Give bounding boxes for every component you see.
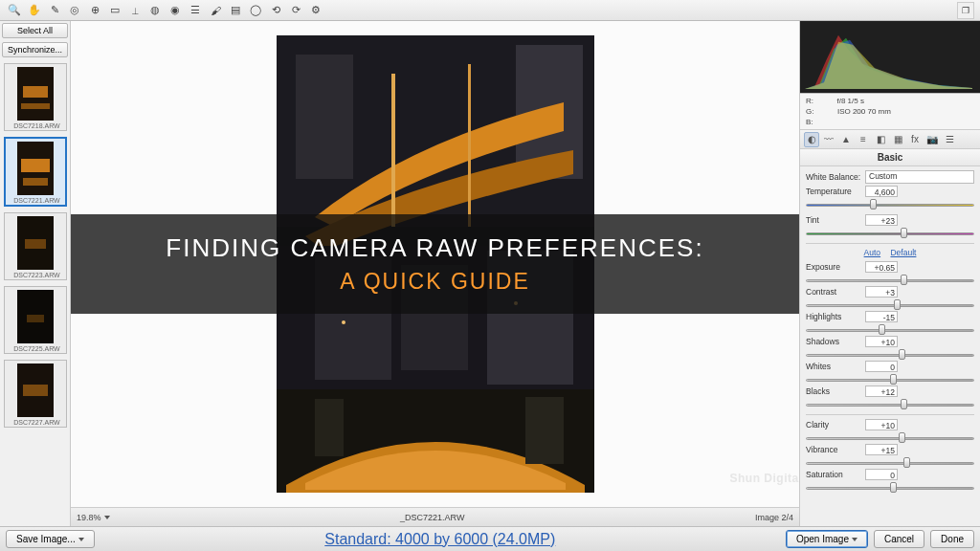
slider-label: Blacks <box>806 386 861 396</box>
tab-presets-icon[interactable]: ☰ <box>942 132 957 147</box>
shadows-slider[interactable] <box>806 349 974 361</box>
brand-watermark: Shun Digital <box>730 472 800 485</box>
prefs-icon[interactable]: ⚙ <box>307 2 324 19</box>
exposure-slider[interactable] <box>806 275 974 286</box>
basic-controls: White Balance: Custom Temperature 4,600 … <box>800 166 980 526</box>
wb-label: White Balance: <box>806 172 861 182</box>
slider-label: Whites <box>806 362 861 371</box>
slider-value[interactable]: +12 <box>865 386 898 397</box>
page-indicator: Image 2/4 <box>755 513 793 522</box>
crop-icon[interactable]: ▭ <box>106 2 123 19</box>
slider-value[interactable]: 0 <box>865 361 898 372</box>
slider-value[interactable]: +10 <box>865 419 898 430</box>
grad-icon[interactable]: ▤ <box>227 2 244 19</box>
thumb-item[interactable]: _DSC7221.ARW <box>4 137 67 207</box>
whites-slider[interactable] <box>806 374 974 386</box>
thumb-item[interactable]: _DSC7225.ARW <box>4 286 67 354</box>
done-button[interactable]: Done <box>930 530 974 548</box>
tint-value[interactable]: +23 <box>865 214 898 226</box>
tab-split-icon[interactable]: ◧ <box>873 132 888 147</box>
tab-basic-icon[interactable]: ◐ <box>804 132 819 147</box>
cancel-button[interactable]: Cancel <box>874 530 924 548</box>
synchronize-button[interactable]: Synchronize... <box>2 42 68 57</box>
save-image-button[interactable]: Save Image... <box>6 530 95 548</box>
blacks-slider[interactable] <box>806 399 974 410</box>
target-icon[interactable]: ⊕ <box>86 2 103 19</box>
svg-rect-17 <box>468 64 471 227</box>
thumb-image <box>17 67 54 121</box>
tab-fx-icon[interactable]: fx <box>907 132 923 147</box>
thumb-item[interactable]: _DSC7227.ARW <box>4 360 67 428</box>
tint-label: Tint <box>806 215 861 225</box>
radial-icon[interactable]: ◯ <box>247 2 264 19</box>
slider-label: Highlights <box>806 312 861 321</box>
svg-rect-25 <box>315 399 344 456</box>
clarity-slider[interactable] <box>806 432 974 444</box>
tint-slider[interactable] <box>806 228 974 239</box>
highlights-slider[interactable] <box>806 324 974 336</box>
contrast-slider[interactable] <box>806 299 974 311</box>
tab-detail-icon[interactable]: ▲ <box>838 132 854 147</box>
slider-label: Exposure <box>806 262 861 272</box>
svg-rect-9 <box>27 315 44 322</box>
slider-label: Shadows <box>806 337 861 346</box>
sampler-icon[interactable]: ◎ <box>66 2 83 19</box>
slider-value[interactable]: +3 <box>865 286 898 298</box>
rotate-left-icon[interactable]: ⟲ <box>267 2 284 19</box>
spot-icon[interactable]: ◍ <box>146 2 164 19</box>
redeye-icon[interactable]: ◉ <box>167 2 184 19</box>
slider-value[interactable]: +10 <box>865 336 898 347</box>
svg-rect-26 <box>525 397 564 464</box>
thumb-label: _DSC7227.ARW <box>8 419 63 426</box>
canvas-area: FINDING CAMERA RAW PREFERENCES: A QUICK … <box>71 21 800 526</box>
panel-tabs: ◐ 〰 ▲ ≡ ◧ ▦ fx 📷 ☰ <box>800 130 980 149</box>
eyedropper-icon[interactable]: ✎ <box>46 2 63 19</box>
thumb-label: _DSC7225.ARW <box>8 345 63 352</box>
saturation-slider[interactable] <box>806 482 974 494</box>
select-all-button[interactable]: Select All <box>2 23 68 38</box>
canvas[interactable]: FINDING CAMERA RAW PREFERENCES: A QUICK … <box>71 21 799 507</box>
auto-link[interactable]: Auto <box>864 248 881 257</box>
svg-rect-2 <box>21 103 50 109</box>
workflow-link[interactable]: Standard: 4000 by 6000 (24.0MP) <box>324 531 555 548</box>
filmstrip: Select All Synchronize... _DSC7218.ARW _… <box>0 21 71 526</box>
svg-rect-16 <box>391 74 395 227</box>
slider-value[interactable]: +15 <box>865 444 898 455</box>
thumb-label: _DSC7221.ARW <box>9 197 62 204</box>
slider-value[interactable]: -15 <box>865 311 898 322</box>
hand-icon[interactable]: ✋ <box>26 2 43 19</box>
tab-camera-icon[interactable]: 📷 <box>924 132 940 147</box>
slider-value[interactable]: +0.65 <box>865 261 898 273</box>
wb-select[interactable]: Custom <box>865 170 974 184</box>
brush-icon[interactable]: 🖌 <box>207 2 224 19</box>
slider-label: Contrast <box>806 287 861 297</box>
svg-point-22 <box>342 320 345 324</box>
tab-lens-icon[interactable]: ▦ <box>890 132 905 147</box>
slider-label: Vibrance <box>806 445 861 454</box>
adjust-icon[interactable]: ☰ <box>187 2 204 19</box>
panel-title: Basic <box>800 149 980 166</box>
temp-value[interactable]: 4,600 <box>865 186 898 197</box>
tab-hsl-icon[interactable]: ≡ <box>856 132 871 147</box>
thumb-image <box>17 216 54 270</box>
svg-rect-5 <box>23 178 48 186</box>
zoom-icon[interactable]: 🔍 <box>6 2 23 19</box>
temp-slider[interactable] <box>806 199 974 210</box>
open-image-button[interactable]: Open Image <box>786 530 868 548</box>
svg-rect-1 <box>23 86 48 98</box>
side-panel: R: f/8 1/5 s G: ISO 200 70 mm B: ◐ 〰 ▲ ≡… <box>800 21 980 526</box>
svg-rect-11 <box>23 385 48 396</box>
main-photo: FINDING CAMERA RAW PREFERENCES: A QUICK … <box>277 35 594 493</box>
histogram[interactable] <box>800 21 980 94</box>
vibrance-slider[interactable] <box>806 457 974 469</box>
svg-rect-4 <box>21 159 50 172</box>
thumb-item[interactable]: _DSC7218.ARW <box>4 63 67 131</box>
tab-curve-icon[interactable]: 〰 <box>821 132 836 147</box>
zoom-indicator[interactable]: 19.8% <box>77 513 110 522</box>
rotate-right-icon[interactable]: ⟳ <box>287 2 304 19</box>
straighten-icon[interactable]: ⟂ <box>126 2 144 19</box>
slider-value[interactable]: 0 <box>865 469 898 480</box>
thumb-item[interactable]: _DSC7223.ARW <box>4 212 67 280</box>
default-link[interactable]: Default <box>890 248 916 257</box>
maximize-icon[interactable]: ❐ <box>957 2 974 19</box>
